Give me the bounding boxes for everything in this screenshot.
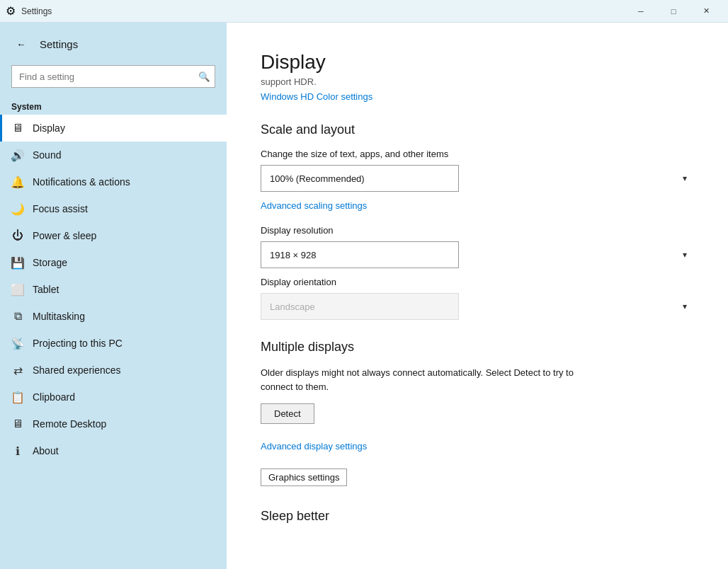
sidebar-item-label-focus: Focus assist <box>33 203 88 214</box>
multiple-displays-text: Older displays might not always connect … <box>261 366 601 393</box>
sidebar-header: ← Settings <box>0 23 227 59</box>
sidebar-item-storage[interactable]: 💾Storage <box>0 249 227 276</box>
power-icon: ⏻ <box>11 229 24 242</box>
shared-icon: ⇄ <box>11 364 24 377</box>
orientation-dropdown-arrow: ▾ <box>683 301 687 311</box>
sidebar-item-label-multitasking: Multitasking <box>33 311 85 322</box>
sidebar-item-label-projecting: Projecting to this PC <box>33 338 123 349</box>
page-title: Display <box>261 51 694 74</box>
content-area: Display support HDR. Windows HD Color se… <box>227 23 728 569</box>
titlebar: ⚙ Settings ─ □ ✕ <box>0 0 728 23</box>
sidebar-section-label: System <box>0 96 227 115</box>
back-icon: ← <box>16 39 25 50</box>
sidebar-item-display[interactable]: 🖥Display <box>0 115 227 142</box>
focus-icon: 🌙 <box>11 202 24 215</box>
scale-section-title: Scale and layout <box>261 122 694 137</box>
sidebar-item-label-clipboard: Clipboard <box>33 391 75 403</box>
titlebar-left: ⚙ Settings <box>6 4 52 18</box>
multiple-displays-title: Multiple displays <box>261 340 694 355</box>
notifications-icon: 🔔 <box>11 176 24 188</box>
scale-dropdown[interactable]: 100% (Recommended)125%150%175% <box>261 165 459 192</box>
sleep-better-title: Sleep better <box>261 509 694 524</box>
about-icon: ℹ <box>11 444 24 457</box>
sidebar-item-label-sound: Sound <box>33 149 61 161</box>
sidebar-item-label-about: About <box>33 445 59 456</box>
advanced-scaling-link[interactable]: Advanced scaling settings <box>261 200 694 211</box>
multitasking-icon: ⧉ <box>11 310 24 323</box>
tablet-icon: ⬜ <box>11 283 24 296</box>
sidebar-item-clipboard[interactable]: 📋Clipboard <box>0 384 227 410</box>
sidebar-item-label-shared: Shared experiences <box>33 364 121 376</box>
search-box: 🔍 <box>11 65 215 88</box>
page-subtitle: support HDR. <box>261 76 694 87</box>
sidebar-item-projecting[interactable]: 📡Projecting to this PC <box>0 330 227 357</box>
close-button[interactable]: ✕ <box>690 0 722 23</box>
sidebar-item-shared[interactable]: ⇄Shared experiences <box>0 357 227 384</box>
advanced-display-link[interactable]: Advanced display settings <box>261 441 694 452</box>
back-button[interactable]: ← <box>11 34 31 54</box>
sidebar-item-label-notifications: Notifications & actions <box>33 176 130 188</box>
scale-label: Change the size of text, apps, and other… <box>261 149 694 159</box>
resolution-dropdown-wrapper: 1918 × 9281920 × 10801600 × 9001280 × 72… <box>261 241 694 268</box>
projecting-icon: 📡 <box>11 337 24 350</box>
resolution-dropdown[interactable]: 1918 × 9281920 × 10801600 × 9001280 × 72… <box>261 241 459 268</box>
sidebar-item-label-remote: Remote Desktop <box>33 418 106 430</box>
app-container: ← Settings 🔍 System 🖥Display🔊Sound🔔Notif… <box>0 23 728 569</box>
hdr-settings-link[interactable]: Windows HD Color settings <box>261 91 372 102</box>
sound-icon: 🔊 <box>11 149 24 161</box>
sidebar-item-label-storage: Storage <box>33 257 67 268</box>
sidebar-item-tablet[interactable]: ⬜Tablet <box>0 276 227 303</box>
sidebar: ← Settings 🔍 System 🖥Display🔊Sound🔔Notif… <box>0 23 227 569</box>
clipboard-icon: 📋 <box>11 391 24 403</box>
settings-icon: ⚙ <box>6 4 16 18</box>
scale-dropdown-arrow: ▾ <box>683 173 687 183</box>
sidebar-item-label-power: Power & sleep <box>33 230 96 241</box>
sidebar-items-container: 🖥Display🔊Sound🔔Notifications & actions🌙F… <box>0 115 227 464</box>
display-icon: 🖥 <box>11 122 24 134</box>
orientation-dropdown-wrapper: LandscapePortraitLandscape (flipped)Port… <box>261 293 694 320</box>
search-icon: 🔍 <box>198 71 210 82</box>
sidebar-item-notifications[interactable]: 🔔Notifications & actions <box>0 168 227 195</box>
scale-dropdown-wrapper: 100% (Recommended)125%150%175% ▾ <box>261 165 694 192</box>
resolution-label: Display resolution <box>261 225 694 236</box>
sidebar-item-sound[interactable]: 🔊Sound <box>0 142 227 168</box>
maximize-button[interactable]: □ <box>657 0 690 23</box>
search-button[interactable]: 🔍 <box>193 65 215 88</box>
sidebar-item-remote[interactable]: 🖥Remote Desktop <box>0 410 227 437</box>
sidebar-item-label-display: Display <box>33 122 65 134</box>
remote-icon: 🖥 <box>11 418 24 430</box>
sidebar-item-about[interactable]: ℹAbout <box>0 437 227 464</box>
search-input[interactable] <box>11 65 215 88</box>
minimize-button[interactable]: ─ <box>625 0 657 23</box>
app-title: Settings <box>40 38 78 50</box>
sidebar-item-multitasking[interactable]: ⧉Multitasking <box>0 303 227 330</box>
orientation-dropdown[interactable]: LandscapePortraitLandscape (flipped)Port… <box>261 293 459 320</box>
orientation-label: Display orientation <box>261 277 694 287</box>
detect-button[interactable]: Detect <box>261 403 314 424</box>
storage-icon: 💾 <box>11 256 24 269</box>
resolution-dropdown-arrow: ▾ <box>683 250 687 260</box>
sidebar-item-focus[interactable]: 🌙Focus assist <box>0 195 227 222</box>
titlebar-title: Settings <box>21 6 52 16</box>
graphics-settings-link[interactable]: Graphics settings <box>261 469 347 486</box>
titlebar-controls: ─ □ ✕ <box>625 0 722 23</box>
sidebar-item-label-tablet: Tablet <box>33 284 59 295</box>
sidebar-item-power[interactable]: ⏻Power & sleep <box>0 222 227 249</box>
